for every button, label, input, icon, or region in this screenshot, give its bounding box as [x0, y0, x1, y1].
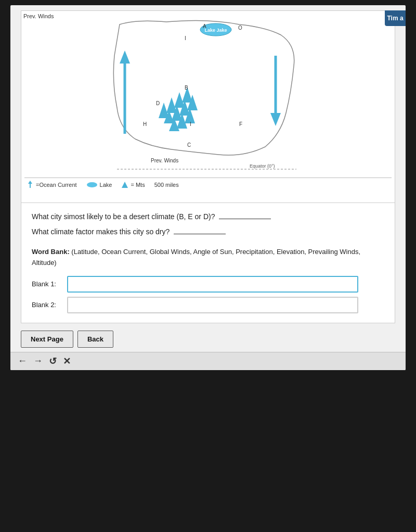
- question-1: What city simost likely to be a desert c…: [32, 211, 384, 222]
- timer-panel: Tim a: [385, 10, 406, 26]
- svg-text:I: I: [190, 121, 191, 127]
- browser-close-icon[interactable]: ✕: [63, 356, 71, 367]
- browser-refresh-icon[interactable]: ↺: [49, 356, 57, 367]
- legend-ocean-current: =Ocean Current: [27, 181, 77, 189]
- map-container: Prev. Winds Lake Jake A O I: [21, 10, 395, 203]
- back-button[interactable]: Back: [77, 331, 113, 348]
- question-2: What climate factor makes this city so d…: [32, 226, 384, 237]
- svg-text:Prev. Winds: Prev. Winds: [151, 158, 178, 163]
- svg-text:H: H: [143, 121, 147, 127]
- legend-lake: Lake: [86, 182, 112, 188]
- q1-blank-line: [219, 219, 271, 219]
- legend-scale: 500 miles: [154, 182, 179, 188]
- svg-text:Lake Jake: Lake Jake: [204, 28, 227, 33]
- map-svg: Lake Jake A O I: [24, 14, 392, 175]
- legend-mts: = Mts: [121, 181, 145, 188]
- blank1-row: Blank 1:: [32, 276, 384, 293]
- word-bank: Word Bank: (Latitude, Ocean Current, Glo…: [32, 247, 384, 269]
- svg-text:B: B: [185, 85, 188, 91]
- blank2-label: Blank 2:: [32, 301, 67, 309]
- next-page-button[interactable]: Next Page: [21, 331, 73, 348]
- q2-blank-line: [174, 234, 226, 234]
- svg-text:F: F: [239, 121, 242, 127]
- svg-point-31: [87, 182, 97, 187]
- question-area: What city simost likely to be a desert c…: [21, 203, 395, 323]
- svg-text:Equator (0°): Equator (0°): [250, 163, 275, 169]
- browser-forward-icon[interactable]: →: [33, 356, 43, 366]
- browser-toolbar: ← → ↺ ✕: [10, 352, 406, 370]
- svg-marker-32: [122, 182, 128, 188]
- blank2-input[interactable]: [67, 297, 358, 313]
- browser-back-icon[interactable]: ←: [18, 356, 27, 366]
- blank2-row: Blank 2:: [32, 297, 384, 313]
- svg-marker-30: [28, 181, 32, 184]
- map-legend: =Ocean Current Lake = Mts 500 miles: [24, 178, 392, 189]
- prev-winds-top-label: Prev. Winds: [23, 13, 54, 19]
- blank1-input[interactable]: [67, 276, 358, 293]
- button-area: Next Page Back: [21, 331, 395, 348]
- svg-text:I: I: [185, 35, 186, 41]
- blank1-label: Blank 1:: [32, 280, 67, 288]
- svg-text:C: C: [187, 142, 191, 148]
- svg-text:D: D: [156, 100, 160, 106]
- svg-text:A: A: [203, 23, 206, 29]
- svg-text:O: O: [238, 25, 242, 31]
